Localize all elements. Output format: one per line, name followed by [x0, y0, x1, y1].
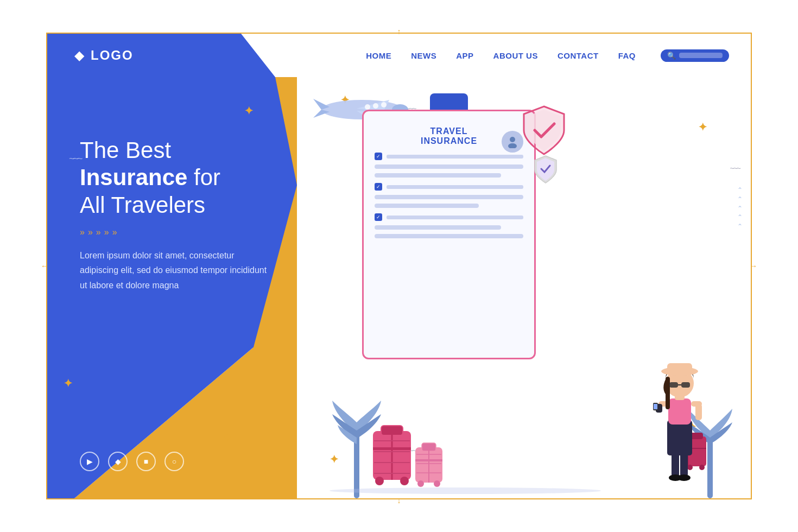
clip-line-3 — [375, 195, 523, 199]
clipboard-frame: TRAVELINSURANCE ✓ ✓ — [362, 110, 536, 359]
clipboard-container: TRAVELINSURANCE ✓ ✓ — [362, 110, 536, 359]
svg-rect-58 — [681, 382, 690, 388]
nav-home[interactable]: HOME — [366, 51, 391, 60]
deco-chevrons-right-panel: ⌃⌃⌃⌃⌃ — [737, 186, 743, 231]
svg-rect-54 — [666, 377, 670, 409]
left-panel: ✦ ~~~ ✦ ✦ The Best Insurance for All Tra… — [47, 77, 297, 498]
svg-point-8 — [365, 104, 370, 110]
svg-rect-45 — [668, 398, 691, 425]
svg-point-43 — [677, 474, 691, 481]
deco-asterisk-right-2: ✦ — [698, 121, 707, 134]
clip-line-4 — [375, 204, 479, 208]
checkbox-line-3 — [387, 216, 523, 219]
main-nav: HOME NEWS APP ABOUT US CONTACT FAQ 🔍 — [366, 49, 729, 62]
heading-line3: All Travelers — [80, 192, 205, 218]
right-panel: ✦ ~~~ ✦ ~~~ ⌃⌃⌃⌃⌃ ✦ ~~~ ✦ — [297, 77, 751, 498]
checkbox-row-2: ✓ — [364, 183, 534, 191]
luggage-group — [368, 420, 476, 493]
svg-point-24 — [400, 477, 409, 485]
main-content: ✦ ~~~ ✦ ✦ The Best Insurance for All Tra… — [47, 77, 751, 498]
clip-line-6 — [375, 234, 523, 238]
clipboard-lines-3 — [364, 225, 534, 238]
heading-insurance: Insurance — [80, 164, 187, 190]
nav-faq[interactable]: FAQ — [618, 51, 636, 60]
checkbox-line-1 — [387, 155, 523, 159]
chevron-1: » — [80, 227, 85, 237]
nav-about[interactable]: ABOUT US — [493, 51, 538, 60]
checkbox-line-2 — [387, 185, 523, 189]
svg-rect-40 — [672, 453, 679, 477]
checkbox-checked-3: ✓ — [375, 213, 382, 221]
stop-button[interactable]: ■ — [136, 452, 156, 471]
action-buttons: ▶ ◆ ■ ○ — [80, 452, 270, 471]
page-wrapper: ↑ ↓ ← → ◆ LOGO HOME NEWS APP ABOUT US CO… — [46, 33, 752, 499]
luggage-svg — [368, 420, 476, 491]
avatar-icon — [506, 135, 519, 148]
border-deco-right: → — [750, 262, 757, 270]
svg-point-10 — [381, 102, 387, 107]
traveler-character — [648, 355, 713, 487]
diamond-button[interactable]: ◆ — [108, 452, 128, 471]
svg-point-32 — [417, 480, 424, 487]
svg-point-12 — [508, 143, 517, 148]
svg-point-39 — [699, 465, 705, 470]
search-input[interactable] — [679, 53, 723, 58]
svg-point-23 — [375, 477, 384, 485]
clipboard-lines-2 — [364, 195, 534, 208]
chevron-5: » — [112, 227, 117, 237]
checkbox-row-1: ✓ — [364, 153, 534, 160]
nav-news[interactable]: NEWS — [411, 51, 436, 60]
heading-line1: The Best — [80, 137, 171, 163]
play-button[interactable]: ▶ — [80, 452, 99, 471]
deco-wave-right-2: ~~~ — [730, 164, 740, 173]
chevron-4: » — [104, 227, 109, 237]
clip-line-2 — [375, 173, 501, 178]
clip-line-5 — [375, 225, 501, 230]
description-text: Lorem ipsum dolor sit amet, consectetur … — [80, 248, 270, 293]
circle-button[interactable]: ○ — [164, 452, 184, 471]
logo-text: LOGO — [91, 48, 134, 63]
main-heading: The Best Insurance for All Travelers — [80, 137, 270, 219]
chevron-2: » — [88, 227, 93, 237]
clipboard-lines-1 — [364, 164, 534, 178]
traveler-svg — [648, 355, 713, 485]
main-shield-icon — [520, 104, 568, 161]
search-bar[interactable]: 🔍 — [661, 49, 729, 62]
checkbox-checked-2: ✓ — [375, 183, 382, 191]
nav-contact[interactable]: CONTACT — [558, 51, 599, 60]
checkbox-checked-1: ✓ — [375, 153, 382, 160]
logo-bg: ◆ LOGO — [47, 34, 275, 77]
nav-app[interactable]: APP — [456, 51, 473, 60]
checkbox-row-3: ✓ — [364, 213, 534, 221]
svg-point-9 — [373, 103, 378, 109]
svg-rect-41 — [680, 453, 688, 477]
svg-point-33 — [434, 480, 440, 487]
svg-point-11 — [510, 137, 515, 142]
svg-point-38 — [687, 465, 693, 470]
hero-heading-area: The Best Insurance for All Travelers » »… — [80, 93, 270, 293]
svg-rect-57 — [669, 382, 678, 388]
header: ◆ LOGO HOME NEWS APP ABOUT US CONTACT FA… — [47, 34, 751, 77]
svg-rect-49 — [654, 404, 657, 409]
svg-rect-44 — [667, 420, 692, 455]
shield-main-svg — [520, 104, 568, 159]
search-icon: 🔍 — [667, 52, 676, 60]
svg-rect-51 — [695, 404, 702, 420]
chevrons-row: » » » » » — [80, 227, 270, 237]
heading-for: for — [187, 164, 220, 190]
left-content: The Best Insurance for All Travelers » »… — [47, 77, 297, 498]
logo-diamond: ◆ — [74, 48, 84, 63]
svg-rect-56 — [667, 363, 692, 373]
clip-line-1 — [375, 164, 523, 169]
chevron-3: » — [96, 227, 101, 237]
